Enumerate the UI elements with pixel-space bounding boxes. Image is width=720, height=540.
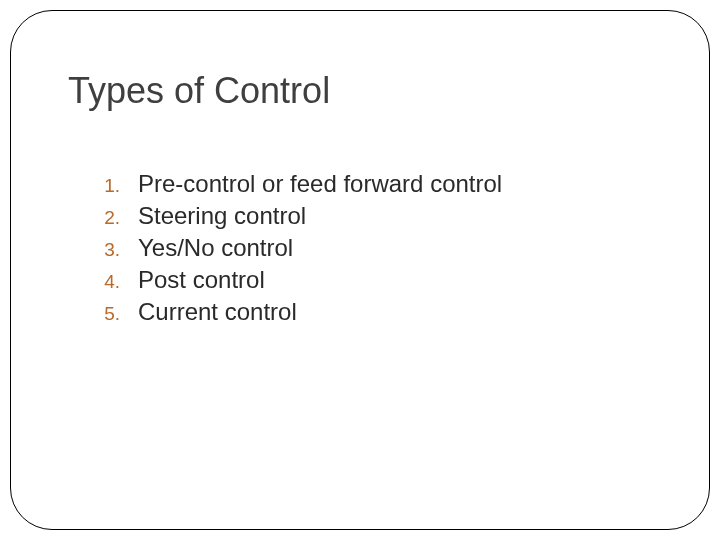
slide-content: Types of Control 1. Pre-control or feed …	[68, 70, 660, 330]
list-text: Yes/No control	[138, 234, 293, 262]
list-text: Steering control	[138, 202, 306, 230]
list-text: Current control	[138, 298, 297, 326]
ordered-list: 1. Pre-control or feed forward control 2…	[68, 170, 660, 326]
slide: Types of Control 1. Pre-control or feed …	[0, 0, 720, 540]
list-number: 5.	[68, 303, 138, 325]
list-number: 1.	[68, 175, 138, 197]
list-number: 4.	[68, 271, 138, 293]
list-number: 2.	[68, 207, 138, 229]
slide-title: Types of Control	[68, 70, 660, 112]
list-item: 3. Yes/No control	[68, 234, 660, 262]
list-item: 5. Current control	[68, 298, 660, 326]
list-item: 4. Post control	[68, 266, 660, 294]
list-text: Pre-control or feed forward control	[138, 170, 502, 198]
list-text: Post control	[138, 266, 265, 294]
list-item: 1. Pre-control or feed forward control	[68, 170, 660, 198]
list-item: 2. Steering control	[68, 202, 660, 230]
list-number: 3.	[68, 239, 138, 261]
